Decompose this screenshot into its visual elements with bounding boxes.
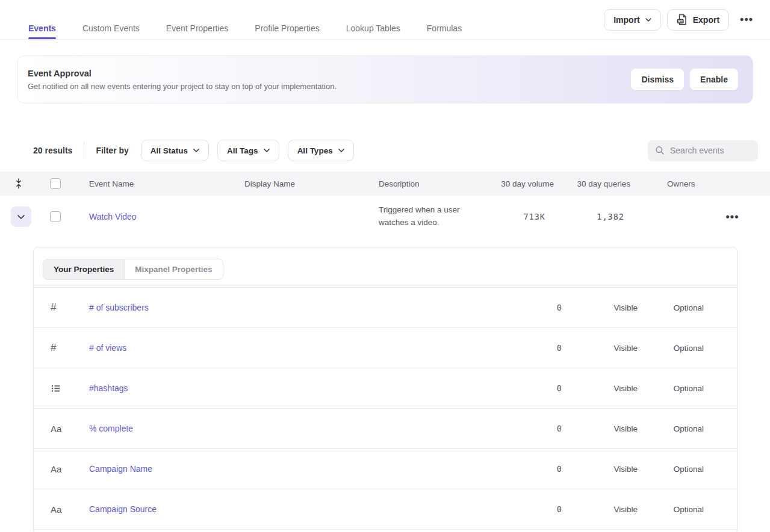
search-input[interactable] [670, 146, 748, 155]
search-icon [655, 146, 665, 155]
property-requirement[interactable]: Optional [638, 424, 704, 433]
event-approval-banner: Event Approval Get notified on all new e… [17, 55, 753, 104]
select-all-checkbox[interactable] [50, 178, 61, 189]
property-row: Aa Campaign Source 0 Visible Optional [34, 489, 737, 530]
property-name-link[interactable]: #hashtags [89, 383, 128, 393]
event-name-link[interactable]: Watch Video [72, 212, 137, 221]
event-volume: 713K [483, 212, 554, 221]
property-visibility[interactable]: Visible [562, 384, 638, 393]
filter-all-status[interactable]: All Status [141, 140, 209, 161]
property-visibility[interactable]: Visible [562, 505, 638, 514]
tab-formulas[interactable]: Formulas [427, 9, 462, 39]
export-label: Export [693, 15, 719, 25]
more-options-button[interactable]: ••• [735, 9, 758, 31]
hash-icon: # [51, 302, 89, 314]
header-display-name: Display Name [240, 179, 373, 188]
property-visibility[interactable]: Visible [562, 424, 638, 433]
events-table-header: Event Name Display Name Description 30 d… [0, 172, 770, 196]
property-row: Aa % complete 0 Visible Optional [34, 409, 737, 449]
tab-profile-properties[interactable]: Profile Properties [255, 9, 319, 39]
tab-lookup-tables[interactable]: Lookup Tables [346, 9, 400, 39]
text-icon: Aa [51, 424, 89, 434]
event-description: Triggered when a user watches a video. [373, 204, 483, 229]
property-visibility[interactable]: Visible [562, 465, 638, 474]
banner-text: Event Approval Get notified on all new e… [28, 69, 337, 91]
tab-events[interactable]: Events [28, 9, 56, 39]
row-more-options-button[interactable]: ••• [716, 211, 770, 223]
import-button[interactable]: Import [604, 9, 661, 31]
csv-file-icon: csv [677, 14, 688, 25]
tab-label: Events [28, 23, 56, 33]
divider [84, 142, 84, 159]
filter-toolbar: 20 results Filter by All Status All Tags… [0, 140, 770, 161]
chevron-down-icon [264, 149, 270, 152]
property-requirement[interactable]: Optional [638, 465, 704, 474]
property-name-link[interactable]: # of subscribers [89, 303, 149, 312]
filter-all-types[interactable]: All Types [288, 140, 354, 161]
tab-label: Lookup Tables [346, 23, 400, 33]
hash-icon: # [51, 342, 89, 354]
dismiss-button[interactable]: Dismiss [631, 69, 684, 90]
property-volume: 0 [487, 383, 562, 393]
header-30-day-queries: 30 day queries [554, 179, 638, 188]
property-requirement[interactable]: Optional [638, 384, 704, 393]
chevron-down-icon [17, 214, 25, 220]
top-navigation: Events Custom Events Event Properties Pr… [0, 0, 770, 40]
tab-label: Custom Events [82, 23, 140, 33]
chevron-down-icon [645, 18, 651, 22]
header-description: Description [373, 179, 483, 188]
property-volume: 0 [487, 504, 562, 514]
filter-by-label: Filter by [96, 146, 128, 155]
property-name-link[interactable]: % complete [89, 424, 133, 433]
property-name-link[interactable]: Campaign Name [89, 464, 152, 474]
ellipsis-icon: ••• [740, 13, 753, 26]
active-tab-underline [28, 37, 56, 39]
tab-label: Profile Properties [255, 23, 319, 33]
tab-mixpanel-properties[interactable]: Mixpanel Properties [124, 259, 222, 279]
nav-actions: Import csv Export ••• [604, 9, 758, 31]
svg-text:csv: csv [678, 20, 683, 23]
collapse-all-icon [14, 178, 23, 189]
property-row: #hashtags 0 Visible Optional [34, 368, 737, 409]
banner-actions: Dismiss Enable [631, 69, 738, 90]
collapse-row-button[interactable] [11, 206, 31, 227]
header-30-day-volume: 30 day volume [483, 179, 554, 188]
property-row: Aa Campaign Name 0 Visible Optional [34, 449, 737, 489]
property-requirement[interactable]: Optional [638, 303, 704, 312]
tab-custom-events[interactable]: Custom Events [82, 9, 140, 39]
export-button[interactable]: csv Export [667, 9, 729, 31]
chevron-down-icon [338, 149, 344, 152]
tab-event-properties[interactable]: Event Properties [166, 9, 229, 39]
text-icon: Aa [51, 504, 89, 515]
property-row: # # of subscribers 0 Visible Optional [34, 288, 737, 328]
import-label: Import [613, 15, 640, 25]
tab-label: Formulas [427, 23, 462, 33]
banner-description: Get notified on all new events entering … [28, 82, 337, 91]
banner-title: Event Approval [28, 69, 337, 78]
tab-your-properties[interactable]: Your Properties [43, 259, 124, 279]
nav-tabs: Events Custom Events Event Properties Pr… [28, 0, 462, 39]
property-volume: 0 [487, 303, 562, 312]
property-requirement[interactable]: Optional [638, 344, 704, 353]
properties-tab-switcher: Your Properties Mixpanel Properties [43, 259, 223, 280]
filter-all-tags[interactable]: All Tags [217, 140, 279, 161]
chevron-down-icon [193, 149, 199, 152]
text-icon: Aa [51, 464, 89, 474]
property-name-link[interactable]: # of views [89, 343, 126, 353]
enable-button[interactable]: Enable [690, 69, 738, 90]
header-owners: Owners [638, 179, 716, 188]
property-volume: 0 [487, 424, 562, 433]
header-event-name: Event Name [72, 179, 240, 188]
list-icon [51, 383, 61, 394]
property-visibility[interactable]: Visible [562, 344, 638, 353]
results-count: 20 results [33, 146, 72, 155]
row-checkbox[interactable] [50, 211, 61, 222]
property-requirement[interactable]: Optional [638, 505, 704, 514]
property-volume: 0 [487, 343, 562, 353]
collapse-all-button[interactable] [8, 173, 29, 194]
property-name-link[interactable]: Campaign Source [89, 504, 157, 514]
property-volume: 0 [487, 464, 562, 474]
property-row: # # of views 0 Visible Optional [34, 328, 737, 368]
search-events-box[interactable] [648, 140, 758, 161]
property-visibility[interactable]: Visible [562, 303, 638, 312]
